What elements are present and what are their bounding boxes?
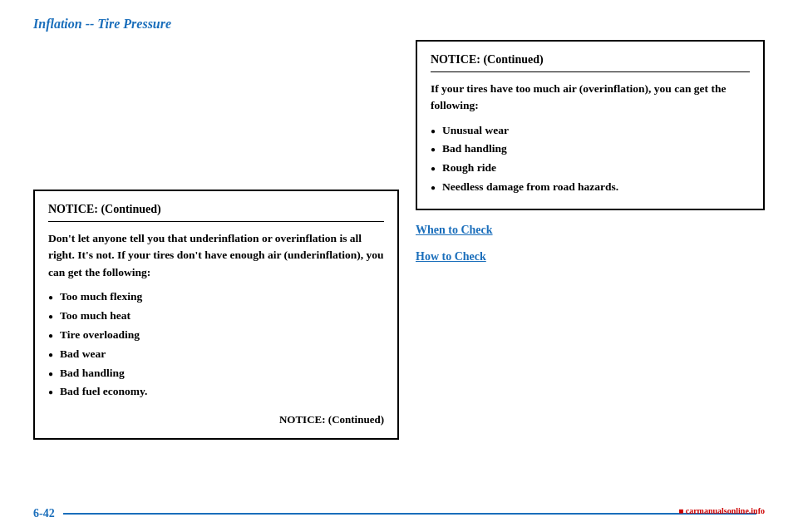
left-bullet-list: Too much flexing Too much heat Tire over… [48,288,384,402]
left-column: NOTICE: (Continued) Don't let anyone tel… [33,40,399,440]
right-bullet-list: Unusual wear Bad handling Rough ride Nee… [431,121,750,198]
right-column: NOTICE: (Continued) If your tires have t… [416,40,765,440]
when-to-check-link[interactable]: When to Check [416,224,765,237]
page-number: 6-42 [33,507,55,520]
list-item: Bad handling [431,140,750,159]
list-item: Bad handling [48,364,384,383]
list-item: Unusual wear [431,121,750,140]
right-notice-box: NOTICE: (Continued) If your tires have t… [416,40,765,210]
list-item: Needless damage from road hazards. [431,178,750,197]
left-notice-header: NOTICE: (Continued) [48,203,384,222]
page-footer: 6-42 ■ carmanualsonline.info [0,507,798,520]
list-item: Tire overloading [48,326,384,345]
content-area: NOTICE: (Continued) Don't let anyone tel… [33,40,765,440]
how-to-check-link[interactable]: How to Check [416,250,765,264]
right-notice-intro: If your tires have too much air (overinf… [431,81,750,115]
watermark-logo: ■ carmanualsonline.info [678,506,765,515]
page-container: Inflation -- Tire Pressure NOTICE: (Cont… [0,0,798,532]
right-notice-header: NOTICE: (Continued) [431,53,750,72]
list-item: Rough ride [431,159,750,178]
page-title: Inflation -- Tire Pressure [33,17,765,32]
left-notice-continued: NOTICE: (Continued) [48,413,384,426]
list-item: Bad wear [48,345,384,364]
left-notice-box: NOTICE: (Continued) Don't let anyone tel… [33,190,399,440]
list-item: Bad fuel economy. [48,382,384,401]
list-item: Too much flexing [48,288,384,307]
list-item: Too much heat [48,307,384,326]
left-notice-intro: Don't let anyone tell you that underinfl… [48,230,384,281]
footer-line [63,513,756,515]
